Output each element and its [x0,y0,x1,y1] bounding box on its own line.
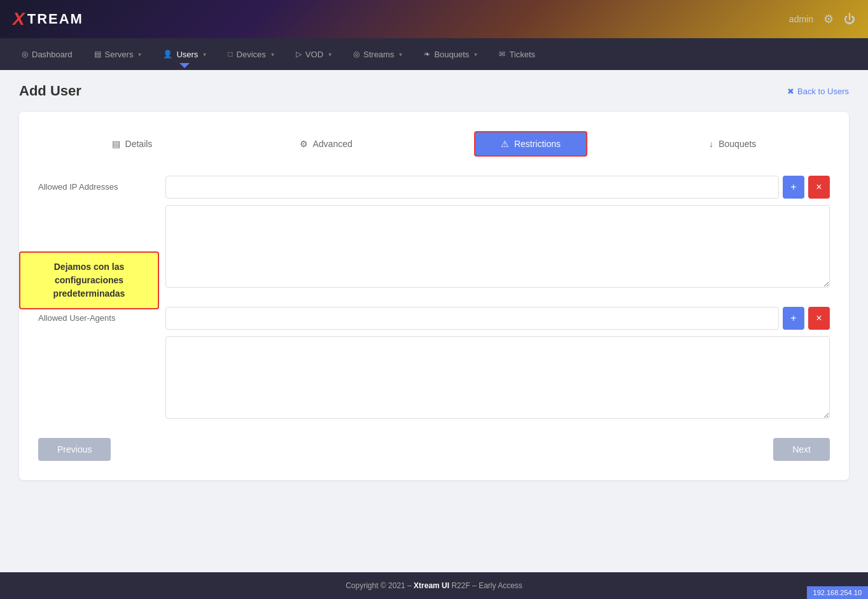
logo-text: TREAM [27,11,83,27]
tab-bouquets-icon: ↓ [709,139,713,149]
sidebar-item-devices[interactable]: □ Devices ▾ [219,46,283,63]
vod-icon: ▷ [296,50,302,59]
nav-label-vod: VOD [305,50,323,59]
tab-restrictions-icon: ⚠ [501,139,509,149]
tab-advanced-label: Advanced [313,139,353,149]
tabs-container: ▤ Details ⚙ Advanced ⚠ Restrictions ↓ Bo… [38,131,830,157]
settings-icon[interactable]: ⚙ [823,12,834,26]
tickets-icon: ✉ [499,50,505,59]
nav-label-streams: Streams [363,50,394,59]
sidebar-item-tickets[interactable]: ✉ Tickets [490,46,544,63]
bouquets-arrow: ▾ [474,51,477,58]
tab-details[interactable]: ▤ Details [87,131,178,157]
sidebar-item-users[interactable]: 👤 Users ▾ [154,46,215,63]
tab-advanced[interactable]: ⚙ Advanced [274,131,378,157]
allowed-agent-add-button[interactable]: + [783,307,804,330]
allowed-agent-remove-button[interactable]: × [808,307,830,330]
page-title: Add User [19,83,81,99]
tab-restrictions[interactable]: ⚠ Restrictions [474,131,587,157]
allowed-ip-input[interactable] [165,176,779,199]
users-arrow: ▾ [203,51,206,58]
servers-arrow: ▾ [138,51,141,58]
servers-icon: ▤ [94,50,101,59]
nav-label-bouquets: Bouquets [434,50,469,59]
footer-text: Copyright © 2021 – [346,581,414,590]
allowed-agent-textarea[interactable] [165,336,830,419]
tab-details-icon: ▤ [112,139,120,149]
tab-bouquets[interactable]: ↓ Bouquets [683,131,781,157]
page-header: Add User ✖ Back to Users [19,83,849,99]
tab-details-label: Details [125,139,153,149]
admin-label: admin [789,14,813,24]
annotation-box: Dejamos con las configuraciones predeter… [19,251,159,309]
vod-arrow: ▾ [328,51,332,58]
topbar-right: admin ⚙ ⏻ [789,12,855,26]
bottom-buttons: Previous Next [38,438,830,461]
devices-icon: □ [228,50,232,59]
streams-arrow: ▾ [399,51,402,58]
topbar: X TREAM admin ⚙ ⏻ [0,0,868,38]
tab-advanced-icon: ⚙ [300,139,308,149]
sidebar-item-servers[interactable]: ▤ Servers ▾ [85,46,151,63]
allowed-agent-input[interactable] [165,307,779,330]
allowed-agent-controls: + × [165,307,830,419]
sidebar-item-bouquets[interactable]: ❧ Bouquets ▾ [415,46,486,63]
navbar: ◎ Dashboard ▤ Servers ▾ 👤 Users ▾ □ Devi… [0,38,868,70]
sidebar-item-streams[interactable]: ◎ Streams ▾ [344,46,411,63]
allowed-agent-row: Allowed User-Agents + × [38,307,830,419]
sidebar-item-vod[interactable]: ▷ VOD ▾ [287,46,340,63]
annotation-text: Dejamos con las configuraciones predeter… [53,262,125,299]
nav-label-devices: Devices [237,50,266,59]
allowed-ip-controls: + × [165,176,830,288]
back-icon: ✖ [787,87,794,96]
power-icon[interactable]: ⏻ [844,13,855,26]
main-content: Add User ✖ Back to Users ▤ Details ⚙ Adv… [0,70,868,567]
nav-label-servers: Servers [105,50,134,59]
tab-bouquets-label: Bouquets [718,139,756,149]
logo: X TREAM [13,9,83,29]
dashboard-icon: ◎ [22,50,28,59]
previous-button[interactable]: Previous [38,438,111,461]
sidebar-item-dashboard[interactable]: ◎ Dashboard [13,46,81,63]
next-button[interactable]: Next [773,438,830,461]
bouquets-icon: ❧ [424,50,430,59]
back-label: Back to Users [797,87,849,96]
streams-icon: ◎ [353,50,360,59]
devices-arrow: ▾ [271,51,274,58]
allowed-ip-textarea[interactable] [165,205,830,288]
nav-label-tickets: Tickets [509,50,535,59]
allowed-ip-remove-button[interactable]: × [808,176,830,199]
nav-label-users: Users [176,50,198,59]
nav-label-dashboard: Dashboard [32,50,73,59]
allowed-agent-input-row: + × [165,307,830,330]
allowed-ip-label: Allowed IP Addresses [38,176,153,192]
footer: Copyright © 2021 – Xtream UI R22F – Earl… [0,572,868,599]
tab-restrictions-label: Restrictions [514,139,561,149]
footer-version: R22F – Early Access [449,581,522,590]
users-icon: 👤 [163,50,172,59]
back-to-users-link[interactable]: ✖ Back to Users [787,87,849,96]
allowed-ip-add-button[interactable]: + [783,176,804,199]
ip-badge: 192.168.254.10 [807,586,868,599]
logo-x: X [13,9,26,29]
footer-brand: Xtream UI [414,581,449,590]
allowed-ip-input-row: + × [165,176,830,199]
